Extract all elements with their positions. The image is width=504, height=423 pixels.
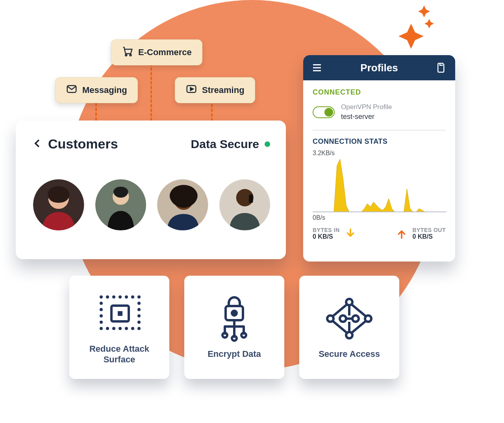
svg-point-42 (241, 333, 246, 338)
svg-point-47 (340, 315, 346, 322)
arrow-down-icon (345, 228, 356, 239)
svg-point-40 (222, 333, 227, 338)
profile-name: test-server (341, 112, 392, 121)
chip-label: Messaging (82, 85, 127, 95)
svg-point-46 (365, 315, 371, 322)
svg-point-34 (131, 327, 134, 330)
mail-icon (66, 83, 78, 97)
svg-point-19 (131, 295, 134, 299)
bytes-out-label: BYTES OUT (412, 227, 446, 233)
connection-stats-title: CONNECTION STATS (313, 137, 446, 146)
status-dot-icon (265, 141, 270, 147)
profiles-panel: Profiles CONNECTED OpenVPN Profile test-… (303, 55, 455, 262)
feature-title: Reduce Attack Surface (76, 343, 162, 365)
chip-ecommerce[interactable]: E-Commerce (111, 39, 202, 65)
svg-point-16 (112, 295, 115, 299)
svg-point-33 (125, 327, 128, 330)
svg-rect-37 (118, 311, 122, 316)
svg-point-15 (106, 295, 109, 299)
svg-point-18 (125, 295, 128, 299)
profile-type-label: OpenVPN Profile (341, 103, 392, 112)
svg-point-24 (137, 308, 141, 311)
svg-point-32 (119, 327, 122, 330)
svg-point-43 (346, 299, 352, 305)
hamburger-icon[interactable] (311, 62, 323, 74)
svg-point-20 (137, 295, 141, 299)
svg-point-35 (137, 327, 141, 330)
import-icon[interactable] (435, 62, 447, 74)
svg-point-1 (130, 54, 132, 56)
customers-card: Customers Data Secure (16, 121, 286, 259)
svg-rect-12 (249, 195, 253, 203)
svg-point-41 (232, 336, 237, 341)
attack-surface-icon (92, 290, 147, 337)
svg-point-21 (100, 302, 103, 305)
bytes-in-value: 0 KB/S (313, 233, 340, 240)
bytes-in-label: BYTES IN (313, 227, 340, 233)
chip-label: E-Commerce (138, 47, 192, 58)
avatar[interactable] (95, 179, 146, 230)
chip-streaming[interactable]: Streaming (175, 77, 255, 103)
avatar[interactable] (33, 179, 84, 230)
bytes-out-value: 0 KB/S (412, 233, 446, 240)
feature-secure-access[interactable]: Secure Access (299, 276, 399, 379)
svg-point-29 (100, 327, 103, 330)
svg-point-17 (119, 295, 122, 299)
encrypt-icon (207, 295, 262, 342)
feature-title: Secure Access (319, 349, 380, 360)
connection-toggle[interactable] (313, 106, 335, 118)
svg-point-27 (100, 321, 103, 324)
svg-point-14 (100, 295, 103, 299)
avatar[interactable] (219, 179, 271, 230)
connector-line (150, 63, 152, 130)
throughput-chart (313, 158, 446, 213)
svg-point-45 (327, 315, 334, 322)
svg-point-28 (137, 321, 141, 324)
profiles-title: Profiles (360, 62, 398, 74)
svg-point-26 (137, 314, 141, 317)
svg-point-31 (112, 327, 115, 330)
chip-label: Streaming (202, 85, 245, 95)
svg-point-0 (125, 54, 127, 56)
chart-y-min: 0B/s (313, 214, 446, 221)
svg-point-25 (100, 314, 103, 317)
feature-title: Encrypt Data (208, 349, 261, 360)
cart-icon (122, 45, 133, 59)
connected-label: CONNECTED (313, 88, 446, 96)
svg-point-22 (137, 302, 141, 305)
divider (313, 130, 446, 130)
svg-point-44 (346, 332, 352, 338)
svg-point-23 (100, 308, 103, 311)
arrow-up-icon (396, 228, 408, 239)
sparkle-icon (390, 4, 437, 51)
profiles-header: Profiles (303, 55, 455, 80)
svg-point-39 (232, 311, 237, 315)
chart-y-max: 3.2KB/s (313, 150, 446, 157)
chevron-left-icon[interactable] (32, 137, 43, 151)
svg-point-30 (106, 327, 109, 330)
chip-messaging[interactable]: Messaging (55, 77, 138, 103)
customers-title: Customers (48, 136, 118, 152)
data-secure-label: Data Secure (191, 137, 259, 151)
feature-encrypt-data[interactable]: Encrypt Data (184, 276, 284, 379)
secure-access-icon (322, 295, 377, 342)
avatar[interactable] (157, 179, 208, 230)
play-icon (185, 83, 197, 97)
feature-reduce-attack[interactable]: Reduce Attack Surface (69, 276, 169, 379)
svg-point-48 (352, 315, 359, 322)
